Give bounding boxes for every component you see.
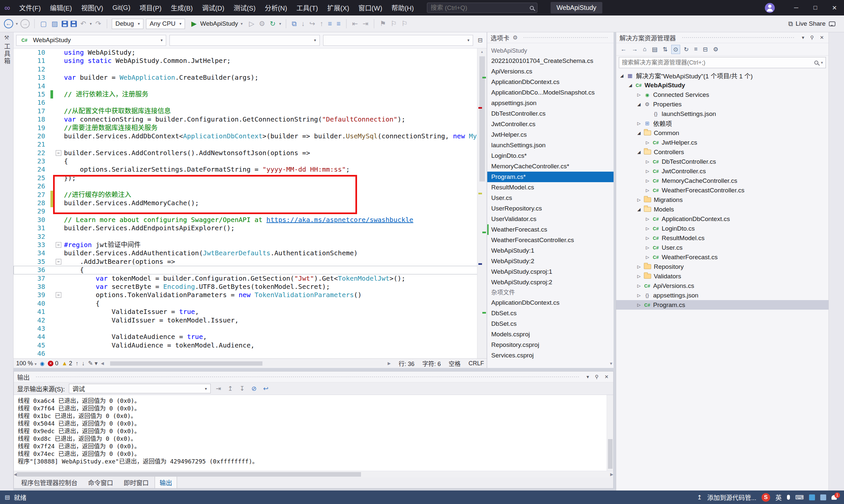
close-button[interactable]: ✕ [825,0,844,16]
expander-icon[interactable]: ▷ [635,274,642,279]
tree-item[interactable]: ◢Controllers [616,147,828,157]
scroll-left-icon[interactable]: ◀ [14,472,17,476]
tabs-scroll-down-icon[interactable]: ▾ [610,361,612,366]
tree-item[interactable]: ▷Migrations [616,195,828,204]
horizontal-splitter[interactable] [14,368,614,371]
output-source-dropdown[interactable]: 调试 ▾ [69,384,211,393]
menu-item[interactable]: 窗口(W) [354,0,387,16]
toolbox-tab[interactable]: ⚒ 工具箱 [2,34,11,65]
expander-icon[interactable]: ▷ [644,226,651,231]
start-debugging-button[interactable]: ▶ WebApiStudy ▾ [188,19,245,29]
member-dropdown[interactable]: ▾ [323,35,473,46]
code-line[interactable]: 43 [14,324,487,333]
home-icon[interactable]: ⌂ [641,45,648,53]
code-line[interactable]: 16 [14,98,487,107]
document-tab[interactable]: launchSettings.json [487,140,614,150]
properties-icon[interactable]: ⚙ [711,45,720,54]
document-tab[interactable]: WebApiStudy:1 [487,246,614,256]
redo-button[interactable]: ↷ [94,20,102,28]
expander-icon[interactable]: ◢ [635,149,642,155]
bottom-tab[interactable]: 程序包管理器控制台 [16,476,82,488]
error-list-button[interactable]: ≡ [327,20,333,28]
menu-item[interactable]: 编辑(E) [46,0,77,16]
scroll-up-icon[interactable]: ▴ [477,49,487,55]
fold-marker[interactable]: − [56,292,61,298]
expander-icon[interactable]: ▷ [644,159,651,164]
code-line[interactable]: 26 [14,182,487,191]
expander-icon[interactable]: ▷ [635,293,642,298]
tree-item[interactable]: ▷⊞依赖项 [616,119,828,128]
code-line[interactable]: 33−#region jwt验证中间件 [14,241,487,249]
menu-item[interactable]: 扩展(X) [323,0,354,16]
menu-item[interactable]: 测试(S) [229,0,260,16]
code-editor[interactable]: 10using WebApiStudy;11using static WebAp… [14,49,487,358]
start-without-debugging-button[interactable]: ▷ [248,20,255,28]
space-indicator[interactable]: 空格 [449,359,461,367]
document-tab[interactable]: UserValidator.cs [487,214,614,224]
tree-item[interactable]: ▷C#WeatherForecast.cs [616,252,828,262]
document-tab[interactable]: JwtController.cs [487,119,614,129]
error-count[interactable]: ✕0 [48,360,58,367]
document-tab[interactable]: WeatherForecastController.cs [487,235,614,246]
document-tab[interactable]: Models.csproj [487,329,614,340]
close-panel-icon[interactable]: ✕ [603,374,610,380]
tree-item[interactable]: ▷C#ResultModel.cs [616,233,828,243]
drag-handle[interactable] [681,36,795,39]
code-line[interactable]: 28builder.Services.AddMemoryCache(); [14,199,487,207]
document-tab[interactable]: DbSet.cs [487,319,614,329]
se-forward-icon[interactable]: → [630,45,639,53]
expander-icon[interactable]: ▷ [644,236,651,240]
save-button[interactable] [62,21,68,27]
code-line[interactable]: 21 [14,140,487,148]
navigate-forward-button[interactable]: → [20,19,30,28]
tree-item[interactable]: ◢▦解决方案"WebApiStudy"(1 个项目/共 1 个) [616,71,828,80]
live-share-button[interactable]: ⧉ Live Share [788,20,826,28]
tree-item[interactable]: ▷C#WeatherForecastController.cs [616,185,828,195]
scrollbar-thumb[interactable] [110,361,262,366]
scrollbar-thumb[interactable] [479,56,485,181]
fold-marker[interactable]: − [56,150,61,156]
code-line[interactable]: 15// 进行依赖注入，注册服务 [14,90,487,98]
toggle-bookmark-button[interactable]: ⚑ [379,20,387,28]
code-line[interactable]: 19//需要注册数据库连接相关服务 [14,124,487,132]
new-file-button[interactable]: ▢ [39,20,48,28]
output-body[interactable]: 线程 0xa6c4 已退出，返回值为 0 (0x0)。线程 0x7f64 已退出… [14,395,613,471]
solution-search-box[interactable]: ▾ [619,57,826,68]
scroll-left-icon[interactable]: ◀ [101,361,104,366]
document-tab[interactable]: ResultModel.cs [487,182,614,193]
scroll-right-icon[interactable]: ▶ [388,361,391,366]
document-tab[interactable]: ApplicationDbContext.cs [487,77,614,87]
window-position-icon[interactable]: ▾ [585,374,590,380]
expander-icon[interactable]: ▷ [635,302,642,307]
menu-item[interactable]: 工具(T) [292,0,323,16]
tree-item[interactable]: ▷{}appsettings.json [616,290,828,300]
scrollbar-thumb[interactable] [608,439,613,469]
code-line[interactable]: 46 [14,349,487,358]
decrease-indent-button[interactable]: ⇤ [351,20,359,28]
tree-item[interactable]: ▷Repository [616,262,828,271]
navigate-backward-caret-icon[interactable]: ▾ [16,21,18,26]
quick-search-box[interactable] [427,3,537,13]
goto-next-icon[interactable]: ↧ [238,385,246,392]
se-back-icon[interactable]: ← [619,45,628,53]
drag-handle[interactable] [35,376,580,378]
menu-item[interactable]: 文件(F) [15,0,46,16]
tree-item[interactable]: ▷◉Connected Services [616,90,828,100]
feedback-icon[interactable] [829,21,836,26]
background-tasks-icon[interactable]: ▤ [5,494,10,501]
code-line[interactable]: 36 { [14,266,487,274]
expander-icon[interactable]: ▷ [635,264,642,269]
code-line[interactable]: 18var connectionString = builder.Configu… [14,115,487,124]
expander-icon[interactable]: ▷ [635,283,642,288]
document-tab[interactable]: DbSet.cs [487,308,614,319]
increase-indent-button[interactable]: ⇥ [362,20,369,28]
output-horizontal-scrollbar[interactable]: ◀ ▶ [14,471,613,477]
find-message-icon[interactable]: ⇥ [214,385,223,392]
menu-item[interactable]: 调试(D) [197,0,229,16]
tree-item[interactable]: ▷C#ApiVersions.cs [616,281,828,290]
expander-icon[interactable]: ▷ [635,121,642,126]
code-line[interactable]: 17//从配置文件中获取数据库连接信息 [14,107,487,115]
hot-reload-button[interactable]: ↻ [269,20,277,28]
step-over-button[interactable]: ↪ [308,20,316,28]
menu-item[interactable]: 视图(V) [76,0,108,16]
